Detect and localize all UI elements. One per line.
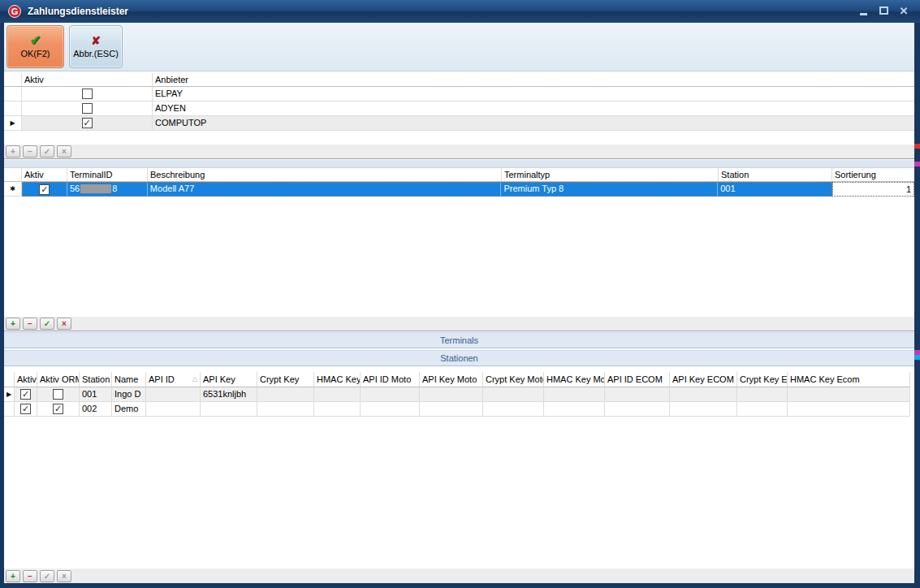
checkbox-unchecked[interactable] (53, 389, 63, 400)
post-edit-button[interactable]: ✓ (40, 318, 54, 330)
api-id-ecom-cell[interactable] (605, 387, 670, 402)
api-id-moto-cell[interactable] (361, 402, 420, 417)
name-cell[interactable]: Demo (112, 402, 146, 417)
column-header-api-key[interactable]: API Key (201, 372, 257, 387)
delete-row-button[interactable]: − (23, 318, 37, 330)
column-header-anbieter[interactable]: Anbieter (153, 73, 914, 87)
api-id-ecom-cell[interactable] (605, 402, 670, 417)
checkbox-checked[interactable]: ✓ (20, 389, 31, 400)
aktiv-cell[interactable]: ✓ (22, 116, 153, 131)
aktiv-cell[interactable] (22, 87, 153, 102)
crypt-key-moto-cell[interactable] (483, 387, 544, 402)
hmac-key-ecom-cell[interactable] (788, 402, 910, 417)
minimize-button[interactable] (857, 3, 870, 18)
column-header-sortierung[interactable]: Sortierung (832, 168, 914, 182)
crypt-key-cell[interactable] (257, 402, 314, 417)
crypt-key-moto-cell[interactable] (483, 402, 544, 417)
delete-row-button[interactable]: − (23, 570, 37, 582)
hmac-key-moto-cell[interactable] (544, 402, 605, 417)
column-header-crypt-key[interactable]: Crypt Key (257, 372, 314, 387)
crypt-key-ecom-cell[interactable] (737, 402, 788, 417)
crypt-key-ecom-cell[interactable] (737, 387, 788, 402)
table-row-current[interactable]: ▶ ✓ COMPUTOP (4, 116, 914, 131)
aktiv-cell[interactable]: ✓ (15, 387, 37, 402)
band-stationen[interactable]: Stationen (4, 350, 914, 366)
api-key-moto-cell[interactable] (420, 387, 483, 402)
column-header-api-id-moto[interactable]: API ID Moto (361, 372, 420, 387)
anbieter-cell[interactable]: ADYEN (153, 102, 914, 116)
close-button[interactable]: ✕ (897, 3, 910, 18)
api-key-ecom-cell[interactable] (670, 402, 737, 417)
aktiv-cell[interactable]: ✓ (15, 402, 37, 417)
beschreibung-cell[interactable]: Modell A77 (148, 183, 502, 196)
checkbox-checked[interactable]: ✓ (20, 404, 31, 414)
edge-artifact (914, 144, 920, 149)
table-row[interactable]: ELPAY (4, 87, 914, 102)
api-key-ecom-cell[interactable] (670, 387, 737, 402)
checkbox-checked[interactable]: ✓ (53, 404, 63, 414)
column-header-hmac-key-moto[interactable]: HMAC Key Moto (544, 372, 605, 387)
maximize-button[interactable] (877, 3, 890, 18)
anbieter-cell[interactable]: ELPAY (153, 87, 914, 102)
crypt-key-cell[interactable] (257, 387, 314, 402)
sortierung-cell-focused[interactable]: 1 (832, 182, 914, 197)
table-row-current[interactable]: ▶ ✓ 001 Ingo D 6531knljbh (4, 387, 910, 402)
column-header-name[interactable]: Name (112, 372, 146, 387)
cancel-edit-button[interactable]: × (57, 318, 71, 330)
hmac-key-cell[interactable] (314, 387, 361, 402)
station-cell[interactable]: 002 (80, 402, 112, 417)
name-cell[interactable]: Ingo D (112, 387, 146, 402)
api-key-cell[interactable]: 6531knljbh (201, 387, 257, 402)
column-header-aktiv[interactable]: Aktiv (22, 73, 153, 87)
column-header-api-id-ecom[interactable]: API ID ECOM (605, 372, 670, 387)
checkbox-checked[interactable]: ✓ (39, 184, 50, 195)
hmac-key-ecom-cell[interactable] (788, 387, 910, 402)
column-header-aktiv-orm[interactable]: Aktiv ORM (37, 372, 80, 387)
aktiv-orm-cell[interactable]: ✓ (37, 402, 80, 417)
column-header-api-key-moto[interactable]: API Key Moto (420, 372, 483, 387)
add-row-button[interactable]: + (6, 318, 20, 330)
api-id-moto-cell[interactable] (361, 387, 420, 402)
aktiv-cell[interactable]: ✓ (23, 183, 67, 196)
column-header-api-id[interactable]: API ID △ (146, 372, 201, 387)
column-header-terminalid[interactable]: TerminalID (67, 168, 148, 182)
column-header-crypt-key-moto[interactable]: Crypt Key Moto (483, 372, 544, 387)
table-row[interactable]: ✓ ✓ 002 Demo (4, 402, 910, 417)
table-row[interactable]: ADYEN (4, 102, 914, 116)
column-header-api-key-ecom[interactable]: API Key ECOM (670, 372, 737, 387)
checkbox-checked[interactable]: ✓ (82, 118, 93, 128)
terminalid-cell[interactable]: 568 (67, 183, 148, 196)
column-header-terminaltyp[interactable]: Terminaltyp (502, 168, 719, 182)
api-key-moto-cell[interactable] (420, 402, 483, 417)
aktiv-orm-cell[interactable] (37, 387, 80, 402)
column-header-hmac-key[interactable]: HMAC Key (314, 372, 361, 387)
selected-row-span[interactable]: ✓ 568 Modell A77 Premium Typ 8 001 (22, 182, 832, 197)
add-row-button[interactable]: + (6, 570, 20, 582)
hmac-key-cell[interactable] (314, 402, 361, 417)
column-header-beschreibung[interactable]: Beschreibung (148, 168, 502, 182)
api-key-cell[interactable] (201, 402, 257, 417)
x-icon: × (62, 319, 67, 328)
column-header-crypt-key-ecom[interactable]: Crypt Key EC (737, 372, 788, 387)
api-id-cell[interactable] (146, 402, 201, 417)
checkbox-unchecked[interactable] (82, 103, 93, 114)
column-header-aktiv[interactable]: Aktiv (15, 372, 37, 387)
checkbox-unchecked[interactable] (82, 89, 93, 99)
cancel-button[interactable]: ✘ Abbr.(ESC) (69, 25, 123, 68)
title-bar[interactable]: G Zahlungsdienstleister ✕ (0, 0, 920, 23)
api-id-cell[interactable] (146, 387, 201, 402)
ok-button[interactable]: ✔ OK(F2) (6, 25, 64, 68)
cancel-button-label: Abbr.(ESC) (73, 49, 119, 58)
hmac-key-moto-cell[interactable] (544, 387, 605, 402)
table-row-selected[interactable]: ✱ ✓ 568 Modell A77 Premium Typ 8 001 1 (4, 182, 914, 197)
column-header-station[interactable]: Station (719, 168, 832, 182)
column-header-station[interactable]: Station (80, 372, 112, 387)
station-cell[interactable]: 001 (80, 387, 112, 402)
anbieter-cell[interactable]: COMPUTOP (153, 116, 914, 131)
column-header-hmac-key-ecom[interactable]: HMAC Key Ecom (788, 372, 910, 387)
column-header-aktiv[interactable]: Aktiv (22, 168, 67, 182)
station-cell[interactable]: 001 (718, 183, 831, 196)
band-terminals[interactable]: Terminals (4, 332, 914, 348)
aktiv-cell[interactable] (22, 102, 153, 116)
terminaltyp-cell[interactable]: Premium Typ 8 (501, 183, 718, 196)
